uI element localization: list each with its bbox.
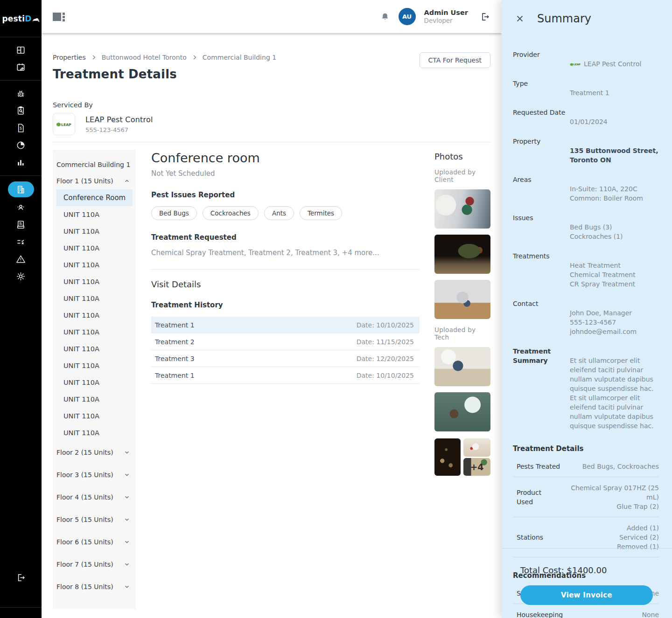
treatment-details-row: Product Used Chemical Spray 017HZ (25 mL… bbox=[513, 477, 659, 517]
tree-unit-item[interactable]: UNIT 110A bbox=[53, 391, 136, 408]
gauge-icon bbox=[15, 140, 26, 151]
chevron-right-icon bbox=[91, 54, 97, 61]
tree-unit-item[interactable]: UNIT 110A bbox=[53, 340, 136, 357]
tree-floor-item[interactable]: Floor 3 (15 Units) bbox=[53, 464, 136, 486]
tree-unit-item[interactable]: UNIT 110A bbox=[53, 357, 136, 374]
collage-photo-wall-station[interactable]: +4 bbox=[463, 458, 490, 476]
nav-tasks[interactable] bbox=[0, 233, 42, 250]
tree-floor-1-item[interactable]: Floor 1 (15 Units) bbox=[53, 176, 136, 186]
user-avatar[interactable]: AU bbox=[399, 8, 416, 25]
user-name: Admin User bbox=[424, 8, 468, 17]
collage-photo-tech-suit[interactable] bbox=[463, 438, 490, 457]
tree-unit-item[interactable]: UNIT 110A bbox=[53, 307, 136, 324]
tree-floor-label: Floor 3 (15 Units) bbox=[56, 471, 113, 479]
divider bbox=[151, 269, 420, 270]
treatment-name: Treatment 3 bbox=[155, 355, 195, 362]
treatment-history-row[interactable]: Treatment 1 Date: 10/10/2025 bbox=[151, 317, 420, 333]
tech-photo-window-inspection[interactable] bbox=[434, 392, 490, 431]
cta-for-request-button[interactable]: CTA For Request bbox=[420, 52, 490, 68]
user-info: Admin User Devloper bbox=[424, 8, 468, 25]
nav-dashboard[interactable] bbox=[0, 42, 42, 59]
building-icon bbox=[8, 181, 34, 197]
nav-settings[interactable] bbox=[0, 268, 42, 285]
tree-floor-item[interactable]: Floor 6 (15 Units) bbox=[53, 531, 136, 553]
treatment-history-row[interactable]: Treatment 1 Date: 10/10/2025 bbox=[151, 367, 420, 384]
unit-list: UNIT 110AUNIT 110AUNIT 110AUNIT 110AUNIT… bbox=[53, 206, 136, 441]
nav-invoices[interactable]: $ bbox=[0, 119, 42, 137]
nav-schedule[interactable] bbox=[0, 59, 42, 76]
tree-unit-item[interactable]: UNIT 110A bbox=[53, 273, 136, 290]
page-title: Treatment Details bbox=[53, 67, 490, 81]
breadcrumb-building[interactable]: Commercial Building 1 bbox=[203, 54, 276, 61]
photo-collage: +4 bbox=[434, 438, 490, 476]
tree-unit-item[interactable]: UNIT 110A bbox=[53, 223, 136, 240]
tree-floor-label: Floor 5 (15 Units) bbox=[56, 516, 113, 523]
breadcrumb-properties[interactable]: Properties bbox=[53, 54, 86, 61]
treatment-details-row: Pests Treated Bed Bugs, Cockroaches bbox=[513, 456, 659, 477]
notification-bell-icon[interactable] bbox=[380, 12, 390, 22]
divider bbox=[53, 142, 490, 142]
tree-unit-item[interactable]: UNIT 110A bbox=[53, 257, 136, 273]
chevron-down-icon bbox=[124, 472, 130, 478]
calendar-edit-icon bbox=[15, 62, 26, 73]
summary-row-value: LEAPTreatment 1 bbox=[570, 79, 659, 97]
nav-receipts[interactable] bbox=[0, 216, 42, 233]
client-photo-spray-equipment[interactable] bbox=[434, 189, 490, 229]
tree-unit-item[interactable]: UNIT 110A bbox=[53, 290, 136, 307]
nav-analytics[interactable] bbox=[0, 154, 42, 171]
brand-logo-accent: D bbox=[25, 14, 31, 23]
summary-row-value: LEAPIn-Suite: 110A, 220C Common: Boiler … bbox=[570, 175, 659, 203]
tree-unit-item[interactable]: UNIT 110A bbox=[53, 324, 136, 340]
sidebar-collapse-icon[interactable] bbox=[53, 12, 65, 21]
tree-unit-item[interactable]: UNIT 110A bbox=[53, 424, 136, 441]
more-photos-badge[interactable]: +4 bbox=[463, 458, 490, 476]
tree-floor-item[interactable]: Floor 7 (15 Units) bbox=[53, 553, 136, 576]
tree-unit-item[interactable]: UNIT 110A bbox=[53, 374, 136, 391]
svg-text:$: $ bbox=[20, 126, 22, 131]
tree-building-item[interactable]: Commercial Building 1 bbox=[53, 161, 136, 170]
close-icon[interactable] bbox=[515, 14, 525, 24]
treatment-history-row[interactable]: Treatment 2 Date: 11/15/2025 bbox=[151, 333, 420, 350]
collage-photo-insect-debris[interactable] bbox=[434, 438, 461, 476]
provider-phone: 555-123-4567 bbox=[85, 126, 153, 133]
receipt-icon bbox=[15, 219, 26, 230]
tree-floor-item[interactable]: Floor 8 (15 Units) bbox=[53, 576, 136, 598]
tree-floor-item[interactable]: Floor 2 (15 Units) bbox=[53, 441, 136, 464]
summary-row-label: Issues bbox=[513, 213, 570, 241]
summary-panel: Summary Provider LEAPLEAP Pest Control T… bbox=[502, 0, 672, 618]
provider-info: LEAP Pest Control 555-123-4567 bbox=[85, 115, 153, 133]
treatment-name: Treatment 2 bbox=[155, 338, 195, 346]
tree-unit-item[interactable]: UNIT 110A bbox=[53, 408, 136, 424]
sidebar-logout-button[interactable] bbox=[0, 569, 42, 586]
nav-pests[interactable] bbox=[0, 85, 42, 102]
tree-floor-item[interactable]: Floor 4 (15 Units) bbox=[53, 486, 136, 508]
pest-chip: Termites bbox=[300, 206, 342, 220]
breadcrumb-hotel[interactable]: Buttonwood Hotel Toronto bbox=[102, 54, 187, 61]
nav-properties[interactable] bbox=[0, 180, 42, 199]
nav-reports-gauge[interactable] bbox=[0, 137, 42, 154]
nav-inspections[interactable] bbox=[0, 102, 42, 119]
floor-list: Floor 2 (15 Units) Floor 3 (15 Units) Fl… bbox=[53, 441, 136, 598]
pest-chip: Ants bbox=[264, 206, 294, 220]
recommendation-label: Housekeeping bbox=[517, 610, 563, 618]
treatment-date: Date: 11/15/2025 bbox=[357, 338, 414, 346]
header-logout-button[interactable] bbox=[479, 11, 490, 22]
client-photo-technician[interactable] bbox=[434, 280, 490, 319]
tree-floor-item[interactable]: Floor 5 (15 Units) bbox=[53, 508, 136, 531]
view-invoice-button[interactable]: View Invoice bbox=[520, 585, 653, 605]
tree-unit-item[interactable]: UNIT 110A bbox=[53, 240, 136, 257]
room-status: Not Yet Scheduled bbox=[151, 169, 420, 178]
serviced-by-label: Serviced By bbox=[53, 101, 490, 109]
tree-floor-label: Floor 6 (15 Units) bbox=[56, 538, 113, 546]
tree-conference-room-item[interactable]: Conference Room bbox=[56, 189, 133, 206]
tree-unit-item[interactable]: UNIT 110A bbox=[53, 206, 136, 223]
checklist-icon bbox=[15, 236, 26, 247]
nav-team[interactable] bbox=[0, 199, 42, 216]
chevron-down-icon bbox=[124, 561, 130, 568]
client-photo-fly-closeup[interactable] bbox=[434, 235, 490, 274]
treatment-history-row[interactable]: Treatment 3 Date: 12/20/2025 bbox=[151, 350, 420, 367]
summary-row: Treatments LEAPHeat Treatment Chemical T… bbox=[513, 251, 659, 289]
tech-photo-baseboard-spray[interactable] bbox=[434, 347, 490, 386]
pest-chip: Cockroaches bbox=[203, 206, 259, 220]
nav-alerts[interactable] bbox=[0, 250, 42, 268]
